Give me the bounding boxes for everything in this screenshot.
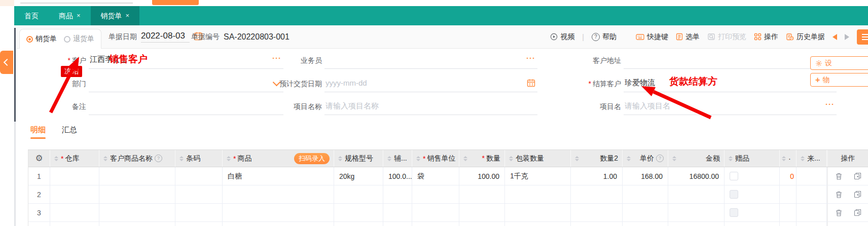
sort-icon[interactable] xyxy=(729,156,733,161)
nav-tab-sales-order[interactable]: 销货单 × xyxy=(91,6,140,25)
pick-doc-button[interactable]: 选单 xyxy=(676,32,700,42)
next-arrow-icon[interactable] xyxy=(845,34,849,40)
col-product[interactable]: *商品扫码录入 xyxy=(223,150,334,167)
sort-icon[interactable] xyxy=(179,156,184,161)
department-select[interactable] xyxy=(89,75,283,90)
prev-arrow-icon[interactable] xyxy=(833,34,837,40)
copy-row-icon[interactable] xyxy=(854,191,861,198)
cell-product[interactable] xyxy=(223,185,334,203)
project-name-input[interactable] xyxy=(324,98,537,113)
cell-customer-product[interactable] xyxy=(99,222,175,226)
sort-icon[interactable] xyxy=(227,156,231,161)
sort-icon[interactable] xyxy=(801,156,805,161)
cell-qty[interactable] xyxy=(459,204,505,221)
cell-unit[interactable] xyxy=(412,204,459,221)
col-pack-qty[interactable]: 包装数量 xyxy=(505,150,571,167)
operate-button[interactable]: 操作 xyxy=(754,32,778,42)
cell-spec[interactable] xyxy=(334,204,383,221)
close-icon[interactable]: × xyxy=(126,6,130,25)
sort-icon[interactable] xyxy=(782,156,786,161)
column-settings-button[interactable]: ⚙ xyxy=(28,150,50,167)
cell-customer-product[interactable] xyxy=(99,204,175,221)
cell-price[interactable] xyxy=(623,185,668,203)
doc-date-input[interactable] xyxy=(141,31,190,43)
copy-row-icon[interactable] xyxy=(854,172,861,180)
print-preview-button[interactable]: 打印预览 xyxy=(707,32,746,42)
scan-entry-button[interactable]: 扫码录入 xyxy=(294,153,330,164)
col-sale-unit[interactable]: *销售单位 xyxy=(412,150,459,167)
sort-icon[interactable] xyxy=(387,156,391,161)
cell-product[interactable]: 白糖 xyxy=(223,167,334,185)
cell-aux[interactable]: 100.0... xyxy=(383,167,412,185)
col-misc[interactable]: · xyxy=(780,150,797,167)
settings-side-button[interactable]: 设 xyxy=(810,56,868,70)
help-circle-icon[interactable]: ? xyxy=(155,155,162,162)
cell-qty[interactable] xyxy=(459,185,505,203)
gift-checkbox[interactable] xyxy=(730,172,738,180)
hamburger-menu-button[interactable] xyxy=(857,29,868,45)
col-aux[interactable]: 辅... xyxy=(383,150,412,167)
col-customer-product[interactable]: 客户商品名称? xyxy=(99,150,175,167)
cell-pack-qty[interactable] xyxy=(505,204,571,221)
cell-qty[interactable]: 100.00 xyxy=(459,167,505,185)
col-price[interactable]: 单价? xyxy=(623,150,668,167)
delete-row-icon[interactable] xyxy=(835,172,843,180)
cell-qty2[interactable] xyxy=(571,185,623,203)
more-icon[interactable]: ··· xyxy=(825,100,835,108)
col-qty[interactable]: *数量 xyxy=(459,150,505,167)
cell-pack-qty[interactable] xyxy=(505,185,571,203)
cell-pack-qty[interactable]: 1千克 xyxy=(505,167,571,185)
cell-price[interactable]: 168.00 xyxy=(623,167,668,185)
add-side-button[interactable]: + 物 xyxy=(810,73,868,87)
cell-qty2[interactable]: 1.00 xyxy=(571,167,623,185)
sidebar-collapse-tab[interactable] xyxy=(0,51,13,74)
shortcut-keys-button[interactable]: 快捷键 xyxy=(636,32,668,42)
cell-customer-product[interactable] xyxy=(99,167,175,185)
calendar-icon[interactable] xyxy=(527,79,535,89)
cell-spec[interactable] xyxy=(334,185,383,203)
cell-price[interactable] xyxy=(623,204,668,221)
cell-amount[interactable] xyxy=(668,185,725,203)
cell-unit[interactable] xyxy=(412,185,459,203)
cell-spec[interactable]: 20kg xyxy=(334,167,383,185)
cell-product[interactable] xyxy=(223,204,334,221)
cell-warehouse[interactable] xyxy=(50,204,99,221)
cell-aux[interactable] xyxy=(383,222,412,226)
cell-amount[interactable] xyxy=(668,204,725,221)
sort-icon[interactable] xyxy=(509,156,513,161)
sort-icon[interactable] xyxy=(463,156,467,161)
sort-icon[interactable] xyxy=(627,156,631,161)
col-source[interactable]: 来... xyxy=(797,150,827,167)
salesman-input[interactable] xyxy=(324,52,537,67)
more-icon[interactable]: ··· xyxy=(526,54,535,62)
close-icon[interactable]: × xyxy=(77,6,81,25)
col-spec[interactable]: 规格型号 xyxy=(334,150,383,167)
col-barcode[interactable]: 条码 xyxy=(175,150,223,167)
nav-tab-home[interactable]: 首页 xyxy=(14,6,49,25)
radio-return-order[interactable]: 退货单 xyxy=(64,34,94,44)
cell-qty2[interactable] xyxy=(571,222,623,226)
sort-icon[interactable] xyxy=(575,156,579,161)
cell-amount[interactable]: 16800.00 xyxy=(668,167,725,185)
delete-row-icon[interactable] xyxy=(835,191,843,199)
cell-barcode[interactable] xyxy=(175,185,223,203)
tab-summary[interactable]: 汇总 xyxy=(62,125,77,140)
video-button[interactable]: 视频 xyxy=(550,32,574,42)
cell-unit[interactable]: 袋 xyxy=(412,167,459,185)
cell-amount[interactable] xyxy=(668,222,725,226)
radio-sales-order[interactable]: 销货单 xyxy=(26,34,57,44)
col-amount[interactable]: 金额 xyxy=(668,150,725,167)
nav-tab-products[interactable]: 商品 × xyxy=(49,6,91,25)
cell-warehouse[interactable] xyxy=(50,185,99,203)
cell-barcode[interactable] xyxy=(175,167,223,185)
cell-price[interactable] xyxy=(623,222,668,226)
cell-barcode[interactable] xyxy=(175,204,223,221)
help-button[interactable]: ? 帮助 xyxy=(592,32,617,42)
cell-unit[interactable] xyxy=(412,222,459,226)
col-gift[interactable]: 赠品 xyxy=(725,150,780,167)
customer-input[interactable] xyxy=(89,52,283,67)
history-docs-button[interactable]: 历史单据 xyxy=(786,32,825,42)
help-circle-icon[interactable]: ? xyxy=(656,155,664,162)
cell-aux[interactable] xyxy=(383,204,412,221)
sort-icon[interactable] xyxy=(54,156,58,161)
